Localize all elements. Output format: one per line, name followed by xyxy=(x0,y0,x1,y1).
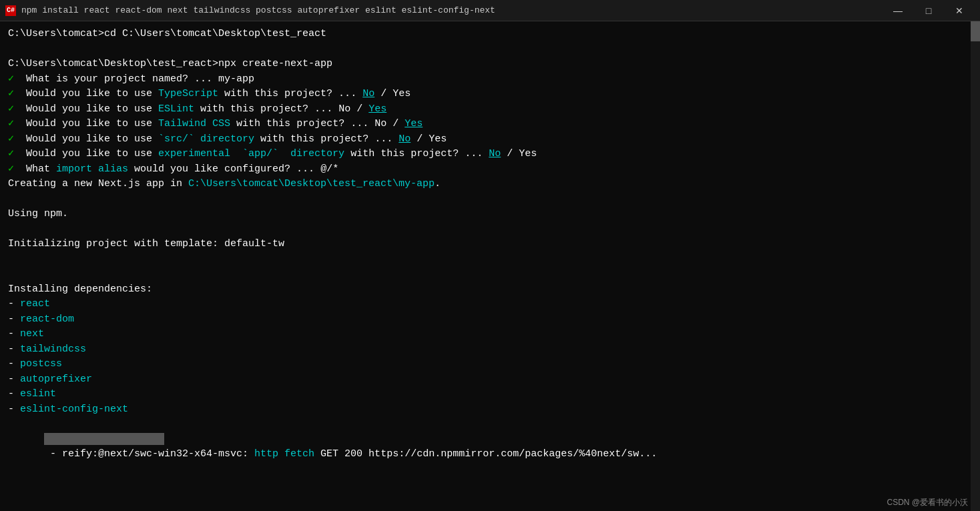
app-icon: C# xyxy=(5,5,16,16)
titlebar: C# npm install react react-dom next tail… xyxy=(0,0,980,21)
watermark: CSDN @爱看书的小沃 xyxy=(887,497,968,508)
line-app: ✓ Would you like to use experimental `ap… xyxy=(8,147,972,162)
window-controls: — □ ✕ xyxy=(883,0,975,21)
line-installing: Installing dependencies: xyxy=(8,282,972,298)
terminal-window: C# npm install react react-dom next tail… xyxy=(0,0,980,511)
line-cd: C:\Users\tomcat>cd C:\Users\tomcat\Deskt… xyxy=(8,27,972,42)
scrollbar-thumb[interactable] xyxy=(971,21,980,41)
line-dep-autoprefixer: - autoprefixer xyxy=(8,372,972,388)
line-project-name: ✓ What is your project named? ... my-app xyxy=(8,72,972,87)
line-initializing: Initializing project with template: defa… xyxy=(8,237,972,252)
line-dep-react-dom: - react-dom xyxy=(8,312,972,328)
blank4 xyxy=(8,252,972,268)
line-creating: Creating a new Next.js app in C:\Users\t… xyxy=(8,177,972,192)
line-dep-tailwindcss: - tailwindcss xyxy=(8,342,972,358)
line-dep-eslint-config: - eslint-config-next xyxy=(8,402,972,418)
line-dep-next: - next xyxy=(8,327,972,342)
scrollbar[interactable] xyxy=(971,21,980,511)
line-dep-eslint: - eslint xyxy=(8,387,972,402)
maximize-button[interactable]: □ xyxy=(913,0,944,21)
line-alias: ✓ What import alias would you like confi… xyxy=(8,162,972,177)
close-button[interactable]: ✕ xyxy=(944,0,975,21)
blank3 xyxy=(8,222,972,237)
progress-bar xyxy=(44,433,164,445)
blank2 xyxy=(8,192,972,207)
line-eslint: ✓ Would you like to use ESLint with this… xyxy=(8,102,972,117)
blank1 xyxy=(8,42,972,57)
line-dep-postcss: - postcss xyxy=(8,357,972,372)
minimize-button[interactable]: — xyxy=(883,0,913,21)
line-npx: C:\Users\tomcat\Desktop\test_react>npx c… xyxy=(8,57,972,72)
line-dep-react: - react xyxy=(8,297,972,312)
line-using-npm: Using npm. xyxy=(8,207,972,222)
line-typescript: ✓ Would you like to use TypeScript with … xyxy=(8,87,972,102)
window-title: npm install react react-dom next tailwin… xyxy=(21,5,883,15)
terminal-body: C:\Users\tomcat>cd C:\Users\tomcat\Deskt… xyxy=(0,21,980,511)
line-progress: - reify:@next/swc-win32-x64-msvc: http f… xyxy=(8,417,972,477)
line-src: ✓ Would you like to use `src/` directory… xyxy=(8,132,972,147)
line-tailwind: ✓ Would you like to use Tailwind CSS wit… xyxy=(8,117,972,132)
blank5 xyxy=(8,267,972,282)
